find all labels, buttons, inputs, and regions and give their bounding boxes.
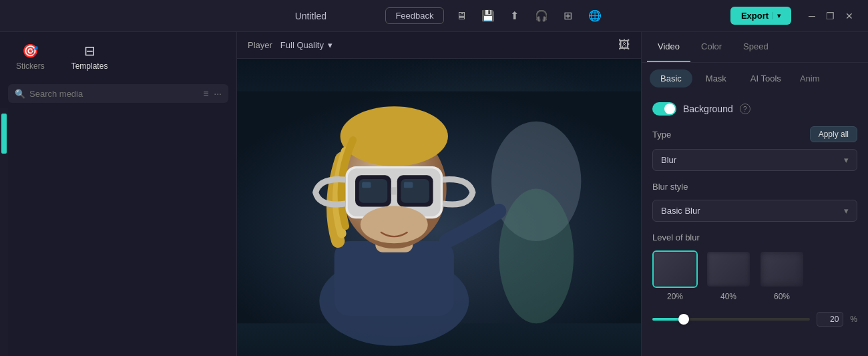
panel-tabs: Video Color Speed xyxy=(642,32,868,63)
export-label: Export xyxy=(741,11,769,21)
search-bar: 🔍 ≡ ··· xyxy=(8,84,228,103)
globe-icon-button[interactable]: 🌐 xyxy=(586,7,604,25)
filter-icon-button[interactable]: ≡ xyxy=(203,88,208,99)
blur-thumb-inner-20 xyxy=(654,252,696,287)
type-label: Type xyxy=(652,130,671,140)
background-toggle[interactable] xyxy=(652,102,676,116)
panel-tab-video[interactable]: Video xyxy=(647,32,690,62)
blur-style-value: Basic Blur xyxy=(661,206,700,216)
sub-tab-anim[interactable]: Anim xyxy=(795,69,825,87)
blur-type-value: Blur xyxy=(661,155,676,165)
svg-point-17 xyxy=(361,206,428,243)
slider-track[interactable] xyxy=(652,318,810,321)
feedback-button[interactable]: Feedback xyxy=(385,7,443,24)
sidebar-tab-templates[interactable]: ⊟ Templates xyxy=(66,37,114,76)
title-bar-right: Export ▾ ─ ❐ ✕ xyxy=(730,7,857,25)
minimize-button[interactable]: ─ xyxy=(805,8,819,24)
svg-point-2 xyxy=(499,188,574,323)
blur-thumb-40[interactable] xyxy=(706,250,751,288)
toggle-knob xyxy=(664,104,675,114)
svg-point-7 xyxy=(341,106,448,166)
blur-thumb-inner-40 xyxy=(707,252,750,287)
panel-content: Background ? Type Apply all Blur ▾ Blur … xyxy=(642,94,868,356)
maximize-button[interactable]: ❐ xyxy=(822,8,839,24)
stickers-label: Stickers xyxy=(16,61,45,71)
blur-percent-20: 20% xyxy=(667,292,683,301)
level-of-blur-label: Level of blur xyxy=(652,232,857,242)
title-bar-center: Untitled Feedback 🖥 💾 ⬆ 🎧 ⊞ 🌐 xyxy=(244,7,604,25)
svg-rect-14 xyxy=(362,182,371,188)
blur-style-chevron: ▾ xyxy=(844,206,849,216)
quality-value: Full Quality xyxy=(280,40,324,50)
player-label: Player xyxy=(248,40,272,50)
left-content xyxy=(0,108,236,356)
blur-style-dropdown[interactable]: Basic Blur ▾ xyxy=(652,200,857,222)
image-icon-button[interactable]: 🖼 xyxy=(618,38,630,52)
slider-thumb[interactable] xyxy=(678,314,689,325)
quality-select[interactable]: Full Quality ▾ xyxy=(280,40,333,50)
blur-percent-40: 40% xyxy=(720,292,736,301)
player-toolbar: Player Full Quality ▾ 🖼 xyxy=(237,32,641,59)
headphones-icon-button[interactable]: 🎧 xyxy=(532,7,551,25)
grid-icon-button[interactable]: ⊞ xyxy=(559,7,578,25)
blur-thumb-60[interactable] xyxy=(759,250,805,288)
export-chevron: ▾ xyxy=(773,12,781,19)
right-panel: Video Color Speed Basic Mask AI Tools An… xyxy=(641,32,868,356)
desktop-icon-button[interactable]: 🖥 xyxy=(452,7,471,25)
sub-tab-mask[interactable]: Mask xyxy=(695,69,737,87)
main-layout: 🎯 Stickers ⊟ Templates 🔍 ≡ ··· Player xyxy=(0,32,868,356)
background-toggle-row: Background ? xyxy=(652,102,857,116)
blur-percent-60: 60% xyxy=(774,292,790,301)
export-button[interactable]: Export ▾ xyxy=(730,7,791,25)
blur-type-chevron: ▾ xyxy=(844,155,849,165)
sub-tab-ai-tools[interactable]: AI Tools xyxy=(740,69,792,87)
background-label: Background xyxy=(683,104,733,114)
type-row: Type Apply all xyxy=(652,126,857,142)
panel-tab-color[interactable]: Color xyxy=(690,32,732,62)
stickers-icon: 🎯 xyxy=(22,43,39,59)
vr-scene-background xyxy=(237,59,641,356)
slider-unit: % xyxy=(850,315,857,324)
scene-svg xyxy=(237,59,641,356)
blur-type-dropdown[interactable]: Blur ▾ xyxy=(652,149,857,171)
svg-rect-15 xyxy=(404,182,413,188)
left-sidebar: 🎯 Stickers ⊟ Templates 🔍 ≡ ··· xyxy=(0,32,237,356)
panel-sub-tabs: Basic Mask AI Tools Anim xyxy=(642,63,868,94)
blur-thumb-20[interactable] xyxy=(652,250,698,288)
video-player: Player Full Quality ▾ 🖼 xyxy=(237,32,641,356)
templates-icon: ⊟ xyxy=(84,43,95,59)
save-icon-button[interactable]: 💾 xyxy=(479,7,497,25)
close-button[interactable]: ✕ xyxy=(841,8,857,24)
search-actions: ≡ ··· xyxy=(203,88,222,99)
upload-icon-button[interactable]: ⬆ xyxy=(505,7,524,25)
document-title: Untitled xyxy=(244,11,377,21)
apply-all-button[interactable]: Apply all xyxy=(810,126,857,142)
more-icon-button[interactable]: ··· xyxy=(214,88,222,99)
blur-thumb-inner-60 xyxy=(761,252,803,287)
blur-style-label: Blur style xyxy=(652,182,857,192)
sub-tab-basic[interactable]: Basic xyxy=(650,69,692,87)
search-input[interactable] xyxy=(29,89,199,99)
blur-cards: 20% 40% 60% xyxy=(652,250,857,301)
thumbnail-strip xyxy=(0,108,8,356)
templates-label: Templates xyxy=(71,61,108,71)
window-controls: ─ ❐ ✕ xyxy=(805,8,857,24)
quality-chevron: ▾ xyxy=(328,40,333,50)
panel-tab-speed[interactable]: Speed xyxy=(732,32,779,62)
svg-rect-16 xyxy=(391,187,397,194)
sidebar-tab-stickers[interactable]: 🎯 Stickers xyxy=(11,37,50,76)
blur-card-20: 20% xyxy=(652,250,698,301)
slider-value-input[interactable]: 20 xyxy=(817,312,843,327)
video-frame xyxy=(237,59,641,356)
blur-card-40: 40% xyxy=(706,250,751,301)
search-icon: 🔍 xyxy=(15,89,25,99)
slider-row: 20 % xyxy=(652,312,857,327)
sidebar-tabs: 🎯 Stickers ⊟ Templates xyxy=(0,32,236,76)
title-bar: Untitled Feedback 🖥 💾 ⬆ 🎧 ⊞ 🌐 Export ▾ ─… xyxy=(0,0,868,32)
thumbnail-item[interactable] xyxy=(1,114,7,154)
help-icon[interactable]: ? xyxy=(740,104,750,114)
blur-card-60: 60% xyxy=(759,250,805,301)
